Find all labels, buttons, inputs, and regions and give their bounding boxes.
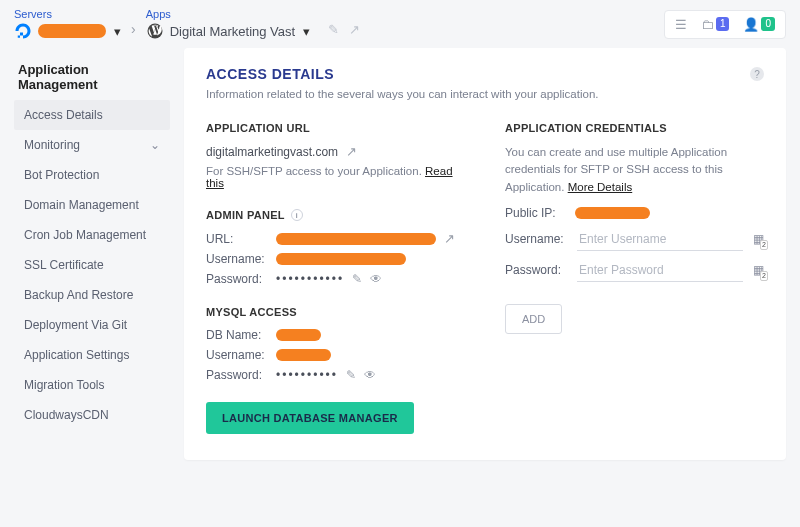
chevron-right-icon: ›: [131, 21, 136, 37]
sidebar-item-label: Migration Tools: [24, 378, 104, 392]
admin-username-redacted: [276, 253, 406, 265]
breadcrumb-servers[interactable]: Servers ▾: [14, 8, 121, 40]
folder-icon[interactable]: 🗀1: [701, 17, 730, 32]
more-details-link[interactable]: More Details: [568, 181, 633, 193]
sidebar-item-cloudwayscdn[interactable]: CloudwaysCDN: [14, 400, 170, 430]
external-link-icon[interactable]: ↗: [346, 144, 357, 159]
user-badge: 0: [761, 17, 775, 31]
folder-badge: 1: [716, 17, 730, 31]
sidebar-item-label: Application Settings: [24, 348, 129, 362]
sidebar-item-label: Backup And Restore: [24, 288, 133, 302]
username-input[interactable]: [577, 228, 743, 251]
svg-rect-1: [18, 36, 20, 38]
admin-username-label: Username:: [206, 252, 268, 266]
caret-down-icon[interactable]: ▾: [114, 24, 121, 39]
mysql-dbname-label: DB Name:: [206, 328, 268, 342]
top-actions: ☰ 🗀1 👤0: [664, 10, 786, 39]
section-heading-credentials: APPLICATION CREDENTIALS: [505, 122, 764, 134]
chevron-down-icon: ⌄: [150, 138, 160, 152]
add-button[interactable]: ADD: [505, 304, 562, 334]
sidebar-item-domain-management[interactable]: Domain Management: [14, 190, 170, 220]
help-icon[interactable]: ?: [750, 67, 764, 81]
mysql-username-redacted: [276, 349, 331, 361]
sidebar-item-label: Deployment Via Git: [24, 318, 127, 332]
pencil-icon[interactable]: ✎: [328, 22, 339, 37]
ssh-note: For SSH/SFTP access to your Application.…: [206, 165, 465, 189]
sidebar-item-migration-tools[interactable]: Migration Tools: [14, 370, 170, 400]
main-card: ACCESS DETAILS ? Information related to …: [184, 48, 786, 460]
sidebar-item-backup-restore[interactable]: Backup And Restore: [14, 280, 170, 310]
server-name-redacted: [38, 24, 106, 38]
sidebar-item-label: Bot Protection: [24, 168, 99, 182]
digitalocean-icon: [14, 22, 32, 40]
section-heading-app-url: APPLICATION URL: [206, 122, 465, 134]
app-name: Digital Marketing Vast: [170, 24, 295, 39]
external-link-icon[interactable]: ↗: [444, 231, 455, 246]
external-link-icon[interactable]: ↗: [349, 22, 360, 37]
sidebar-item-label: Domain Management: [24, 198, 139, 212]
pencil-icon[interactable]: ✎: [352, 272, 362, 286]
mysql-username-label: Username:: [206, 348, 268, 362]
sidebar-item-monitoring[interactable]: Monitoring⌄: [14, 130, 170, 160]
admin-url-label: URL:: [206, 232, 268, 246]
wordpress-icon: [146, 22, 164, 40]
password-mask: •••••••••••: [276, 272, 344, 286]
user-icon[interactable]: 👤0: [743, 17, 775, 32]
eye-icon[interactable]: 👁: [370, 272, 382, 286]
sidebar-title: Application Management: [18, 62, 170, 92]
autofill-icon[interactable]: ▦2: [753, 232, 764, 246]
credentials-description: You can create and use multiple Applicat…: [505, 144, 764, 196]
sidebar-item-access-details[interactable]: Access Details: [14, 100, 170, 130]
eye-icon[interactable]: 👁: [364, 368, 376, 382]
list-icon[interactable]: ☰: [675, 17, 687, 32]
apps-crumb-label: Apps: [146, 8, 310, 20]
caret-down-icon[interactable]: ▾: [303, 24, 310, 39]
sidebar-item-bot-protection[interactable]: Bot Protection: [14, 160, 170, 190]
info-icon[interactable]: i: [291, 209, 303, 221]
password-label: Password:: [505, 263, 567, 277]
sidebar-item-deployment-git[interactable]: Deployment Via Git: [14, 310, 170, 340]
page-subtitle: Information related to the several ways …: [206, 88, 764, 100]
sidebar-item-label: Access Details: [24, 108, 103, 122]
username-label: Username:: [505, 232, 567, 246]
pencil-icon[interactable]: ✎: [346, 368, 356, 382]
public-ip-label: Public IP:: [505, 206, 567, 220]
mysql-dbname-redacted: [276, 329, 321, 341]
sidebar-item-ssl[interactable]: SSL Certificate: [14, 250, 170, 280]
page-title: ACCESS DETAILS: [206, 66, 334, 82]
password-mask: ••••••••••: [276, 368, 338, 382]
admin-password-label: Password:: [206, 272, 268, 286]
section-heading-admin-panel: ADMIN PANELi: [206, 209, 465, 221]
breadcrumb-apps[interactable]: Apps Digital Marketing Vast ▾: [146, 8, 310, 40]
sidebar-item-label: CloudwaysCDN: [24, 408, 109, 422]
autofill-icon[interactable]: ▦2: [753, 263, 764, 277]
svg-rect-0: [20, 33, 23, 36]
sidebar-item-application-settings[interactable]: Application Settings: [14, 340, 170, 370]
mysql-password-label: Password:: [206, 368, 268, 382]
section-heading-mysql: MYSQL ACCESS: [206, 306, 465, 318]
application-url[interactable]: digitalmarketingvast.com: [206, 145, 338, 159]
servers-crumb-label: Servers: [14, 8, 121, 20]
launch-database-manager-button[interactable]: LAUNCH DATABASE MANAGER: [206, 402, 414, 434]
sidebar-item-label: Cron Job Management: [24, 228, 146, 242]
password-input[interactable]: [577, 259, 743, 282]
sidebar-item-label: SSL Certificate: [24, 258, 104, 272]
public-ip-redacted: [575, 207, 650, 219]
sidebar-item-label: Monitoring: [24, 138, 80, 152]
admin-url-redacted: [276, 233, 436, 245]
sidebar: Application Management Access Details Mo…: [14, 48, 170, 460]
sidebar-item-cron-job[interactable]: Cron Job Management: [14, 220, 170, 250]
